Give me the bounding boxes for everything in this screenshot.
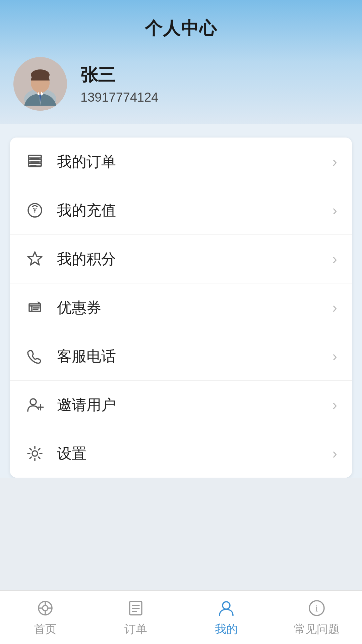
faq-nav-icon: i xyxy=(307,598,327,618)
mine-nav-label: 我的 xyxy=(215,622,238,637)
orders-icon xyxy=(25,152,45,172)
recharge-icon: ¥ xyxy=(25,200,45,220)
mine-nav-icon xyxy=(216,598,236,618)
faq-nav-label: 常见问题 xyxy=(294,622,340,637)
nav-item-orders[interactable]: 订单 xyxy=(90,591,181,644)
recharge-label: 我的充值 xyxy=(57,201,332,220)
coupons-label: 优惠券 xyxy=(57,298,332,318)
nav-item-faq[interactable]: i 常见问题 xyxy=(272,591,362,644)
orders-nav-icon xyxy=(126,598,146,618)
user-text: 张三 13917774124 xyxy=(80,63,158,105)
svg-text:i: i xyxy=(315,603,318,613)
settings-icon xyxy=(25,443,45,464)
points-arrow: › xyxy=(332,251,337,267)
user-info: 张三 13917774124 xyxy=(13,57,349,111)
svg-marker-16 xyxy=(28,252,42,265)
invite-arrow: › xyxy=(332,396,337,413)
home-nav-icon xyxy=(35,598,55,618)
invite-icon xyxy=(25,395,45,415)
phone-icon xyxy=(25,346,45,366)
coupons-arrow: › xyxy=(332,299,337,316)
menu-item-recharge[interactable]: ¥ 我的充值 › xyxy=(10,186,352,235)
menu-item-invite[interactable]: 邀请用户 › xyxy=(10,381,352,429)
header-section: 个人中心 xyxy=(0,0,362,124)
svg-point-23 xyxy=(43,605,48,611)
svg-point-18 xyxy=(30,399,36,405)
settings-label: 设置 xyxy=(57,444,332,464)
svg-text:¥: ¥ xyxy=(33,206,37,215)
user-name: 张三 xyxy=(80,63,158,87)
user-phone: 13917774124 xyxy=(80,90,158,105)
invite-label: 邀请用户 xyxy=(57,395,332,415)
menu-item-points[interactable]: 我的积分 › xyxy=(10,235,352,283)
points-icon xyxy=(25,249,45,269)
nav-item-mine[interactable]: 我的 xyxy=(181,591,272,644)
svg-point-32 xyxy=(223,602,230,609)
menu-card: 我的订单 › ¥ 我的充值 › 我的积分 › xyxy=(10,138,352,478)
points-label: 我的积分 xyxy=(57,249,332,269)
menu-item-coupons[interactable]: 优惠券 › xyxy=(10,283,352,332)
orders-nav-label: 订单 xyxy=(124,622,147,637)
recharge-arrow: › xyxy=(332,202,337,219)
settings-arrow: › xyxy=(332,445,337,462)
svg-point-21 xyxy=(32,451,38,456)
customer-service-label: 客服电话 xyxy=(57,346,332,366)
menu-item-settings[interactable]: 设置 › xyxy=(10,429,352,478)
page-title: 个人中心 xyxy=(13,17,349,40)
home-nav-label: 首页 xyxy=(34,622,57,637)
menu-item-customer-service[interactable]: 客服电话 › xyxy=(10,332,352,381)
svg-point-17 xyxy=(38,302,40,304)
nav-item-home[interactable]: 首页 xyxy=(0,591,90,644)
coupons-icon xyxy=(25,298,45,318)
bottom-nav: 首页 订单 我的 i 常见问题 xyxy=(0,590,362,644)
avatar[interactable] xyxy=(13,57,67,111)
menu-item-orders[interactable]: 我的订单 › xyxy=(10,138,352,186)
orders-label: 我的订单 xyxy=(57,152,332,172)
orders-arrow: › xyxy=(332,153,337,170)
main-content xyxy=(0,478,362,590)
customer-service-arrow: › xyxy=(332,348,337,365)
